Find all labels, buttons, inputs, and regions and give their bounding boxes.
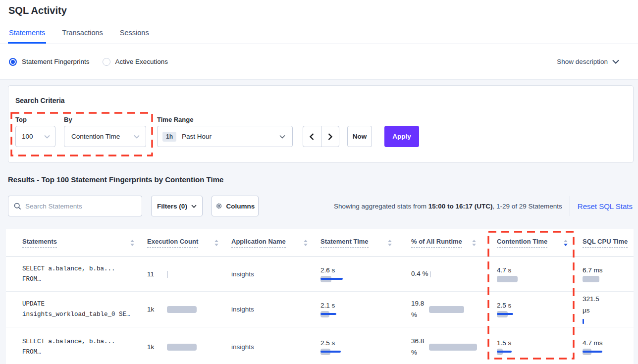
contention-time-mean-line xyxy=(497,351,512,353)
filters-button[interactable]: Filters (0) xyxy=(151,196,203,216)
sort-control[interactable] xyxy=(130,240,134,246)
next-time-button[interactable] xyxy=(321,126,339,147)
search-criteria-title: Search Criteria xyxy=(15,97,65,104)
show-description-toggle[interactable]: Show description xyxy=(557,58,619,65)
tab-bar: Statements Transactions Sessions xyxy=(8,29,150,44)
chevron-down-icon xyxy=(612,59,619,64)
search-icon xyxy=(14,203,21,210)
filters-label: Filters (0) xyxy=(157,203,187,210)
tab-sessions[interactable]: Sessions xyxy=(119,29,150,44)
search-statements-input[interactable] xyxy=(25,203,137,210)
sort-control-active[interactable] xyxy=(564,240,568,246)
aggregated-stats-text: Showing aggregated stats from 15:00 to 1… xyxy=(334,203,562,210)
column-header-contention-time[interactable]: Contention Time xyxy=(483,229,575,257)
contention-time-mean-line xyxy=(497,313,513,315)
view-toggle-row: Statement Fingerprints Active Executions… xyxy=(0,44,638,80)
results-toolbar: Filters (0) Columns Showing aggregated s… xyxy=(8,196,633,216)
execution-count-cell: 11 xyxy=(141,270,225,278)
chevron-right-icon xyxy=(328,133,332,140)
application-name-cell: insights xyxy=(225,270,315,278)
sql-cpu-time-mean-line xyxy=(583,319,584,324)
statement-link[interactable]: SELECT a.balance, b.ba... FROM… xyxy=(6,337,141,357)
statement-time-cell: 2.1 s xyxy=(315,302,399,317)
pct-runtime-cell: 36.8 % xyxy=(399,336,483,359)
search-statements-box xyxy=(8,196,142,216)
page-title: SQL Activity xyxy=(8,5,67,16)
statement-time-cell: 2.5 s xyxy=(315,339,399,355)
radio-label: Statement Fingerprints xyxy=(22,58,90,65)
statement-time-mean-line xyxy=(320,351,341,353)
columns-button[interactable]: Columns xyxy=(212,196,259,216)
sql-cpu-time-cell: 321.5 µs xyxy=(575,294,634,325)
statements-table: Statements Execution Count Application N… xyxy=(6,229,634,364)
sort-control[interactable] xyxy=(214,240,218,246)
column-header-pct-runtime[interactable]: % of All Runtime xyxy=(399,229,483,257)
chevron-down-icon xyxy=(44,135,50,139)
execution-count-bar xyxy=(167,306,197,313)
execution-count-cell: 1k xyxy=(141,343,225,351)
table-header-row: Statements Execution Count Application N… xyxy=(6,229,634,257)
sort-control[interactable] xyxy=(304,240,308,246)
chevron-left-icon xyxy=(310,133,314,140)
top-select-value: 100 xyxy=(22,133,33,140)
pct-runtime-bar xyxy=(429,306,464,313)
execution-count-bar xyxy=(167,344,197,351)
apply-button[interactable]: Apply xyxy=(384,126,419,147)
chevron-down-icon xyxy=(279,135,285,139)
reset-sql-stats-link[interactable]: Reset SQL Stats xyxy=(578,202,633,210)
by-label: By xyxy=(64,116,72,123)
radio-selected-icon xyxy=(9,58,17,66)
time-range-badge: 1h xyxy=(162,132,176,142)
tab-transactions[interactable]: Transactions xyxy=(61,29,104,44)
top-select[interactable]: 100 xyxy=(15,126,55,147)
page-header: SQL Activity Statements Transactions Ses… xyxy=(0,0,638,80)
column-header-execution-count[interactable]: Execution Count xyxy=(141,229,225,257)
statement-time-cell: 2.6 s xyxy=(315,266,399,282)
statement-link[interactable]: SELECT a.balance, b.ba... FROM… xyxy=(6,264,141,284)
toolbar-divider xyxy=(570,196,570,216)
application-name-cell: insights xyxy=(225,306,315,313)
by-select[interactable]: Contention Time xyxy=(64,126,146,147)
search-criteria-card: Search Criteria Top 100 By Contention Ti… xyxy=(8,85,634,163)
pct-runtime-cell: 0.4 % xyxy=(399,268,483,280)
statement-time-mean-line xyxy=(320,278,343,280)
sql-cpu-time-cell: 4.7 ms xyxy=(575,339,634,355)
sort-control[interactable] xyxy=(472,240,476,246)
time-range-value: Past Hour xyxy=(182,133,212,140)
sort-control[interactable] xyxy=(388,240,392,246)
contention-time-bar xyxy=(497,276,518,282)
statement-time-mean-line xyxy=(320,313,336,315)
sql-cpu-time-cell: 6.7 ms xyxy=(575,266,634,282)
column-header-application-name[interactable]: Application Name xyxy=(225,229,315,257)
pct-runtime-bar xyxy=(429,344,477,351)
application-name-cell: insights xyxy=(225,343,315,351)
top-label: Top xyxy=(15,116,27,123)
time-range-label: Time Range xyxy=(157,116,193,123)
tab-statements[interactable]: Statements xyxy=(8,29,46,44)
radio-active-executions[interactable]: Active Executions xyxy=(103,58,168,66)
columns-label: Columns xyxy=(226,203,255,210)
chevron-down-icon xyxy=(191,205,197,208)
column-header-sql-cpu-time[interactable]: SQL CPU Time xyxy=(575,229,634,257)
now-button[interactable]: Now xyxy=(347,126,372,147)
table-row: SELECT a.balance, b.ba... FROM… 11 insig… xyxy=(6,257,634,292)
time-range-select[interactable]: 1h Past Hour xyxy=(157,126,293,147)
column-header-statements[interactable]: Statements xyxy=(6,229,141,257)
radio-statement-fingerprints[interactable]: Statement Fingerprints xyxy=(9,58,90,66)
execution-count-bar xyxy=(167,271,168,278)
table-row: SELECT a.balance, b.ba... FROM… 1k insig… xyxy=(6,327,634,364)
contention-time-cell: 1.5 s xyxy=(483,339,575,355)
results-heading: Results - Top 100 Statement Fingerprints… xyxy=(8,175,223,184)
by-select-value: Contention Time xyxy=(71,133,120,140)
column-header-statement-time[interactable]: Statement Time xyxy=(315,229,399,257)
previous-time-button[interactable] xyxy=(303,126,321,147)
statement-link[interactable]: UPDATE insights_workload_table_0 SE… xyxy=(6,299,141,319)
contention-time-cell: 2.5 s xyxy=(483,302,575,317)
sql-cpu-time-mean-line xyxy=(583,351,602,353)
chevron-down-icon xyxy=(134,135,140,139)
sql-cpu-time-bar xyxy=(583,276,599,282)
show-description-label: Show description xyxy=(557,58,608,65)
time-pager xyxy=(303,126,339,147)
radio-unselected-icon xyxy=(103,58,110,66)
table-row: UPDATE insights_workload_table_0 SE… 1k … xyxy=(6,292,634,327)
